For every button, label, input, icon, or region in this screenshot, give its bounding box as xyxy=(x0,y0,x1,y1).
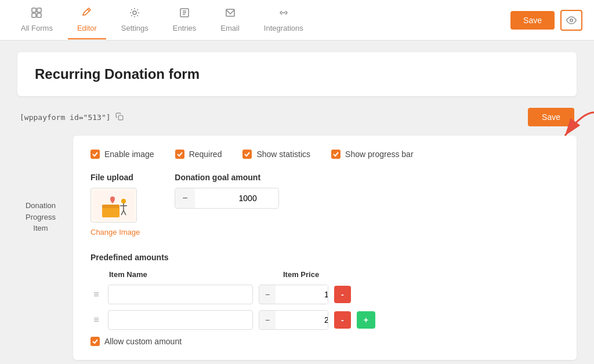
settings-icon xyxy=(129,7,140,21)
donation-goal-label: Donation goal amount xyxy=(175,173,279,182)
nav-items: All Forms Editor Settings xyxy=(12,1,313,39)
content-card: Enable image Required Show statistics xyxy=(73,136,577,360)
sidebar-label-text: DonationProgressItem xyxy=(26,201,56,232)
save-button-inner[interactable]: Save xyxy=(528,108,574,126)
svg-rect-1 xyxy=(37,8,41,12)
save-button-top[interactable]: Save xyxy=(510,11,555,30)
amount-name-input-2[interactable] xyxy=(108,310,253,330)
settings-label: Settings xyxy=(121,24,148,32)
form-title-card: Recurring Donation form xyxy=(17,52,577,96)
svg-rect-2 xyxy=(32,13,36,17)
checkbox-show-progress-bar-box xyxy=(331,150,341,159)
email-icon xyxy=(224,7,236,21)
file-upload-label: File upload xyxy=(90,173,140,182)
checkbox-enable-image-label: Enable image xyxy=(104,150,154,159)
checkbox-show-statistics-box xyxy=(242,150,252,159)
col-item-price: Item Price xyxy=(283,270,319,279)
amount-price-input-1[interactable] xyxy=(276,285,328,304)
predefined-amounts-section: Predefined amounts Item Name Item Price … xyxy=(90,253,559,346)
image-preview-inner xyxy=(91,188,136,222)
donation-goal-input[interactable] xyxy=(195,189,280,208)
shortcode-bar: [wppayform id="513"] Save xyxy=(17,108,577,126)
editor-label: Editor xyxy=(77,24,97,32)
editor-icon xyxy=(81,7,93,21)
donation-goal-stepper: − + xyxy=(175,188,279,209)
add-row-button[interactable]: + xyxy=(357,311,375,329)
checkbox-enable-image[interactable]: Enable image xyxy=(90,150,154,159)
amount-row-1: ≡ − + - xyxy=(90,285,559,304)
nav-item-entries[interactable]: Entries xyxy=(164,1,205,39)
preview-button[interactable] xyxy=(560,10,582,31)
amount-stepper-1: − + xyxy=(259,285,328,304)
amount-name-input-1[interactable] xyxy=(108,285,253,304)
checkbox-show-statistics-label: Show statistics xyxy=(256,150,310,159)
top-navigation: All Forms Editor Settings xyxy=(0,0,594,41)
checkbox-enable-image-box xyxy=(90,150,100,159)
svg-rect-3 xyxy=(37,13,41,17)
svg-point-6 xyxy=(570,19,573,21)
nav-right: Save xyxy=(510,10,582,31)
all-forms-label: All Forms xyxy=(21,24,53,32)
col-item-name: Item Name xyxy=(109,270,254,279)
predefined-amounts-label: Predefined amounts xyxy=(90,253,559,262)
svg-rect-7 xyxy=(118,115,123,120)
svg-point-12 xyxy=(121,199,126,203)
nav-item-all-forms[interactable]: All Forms xyxy=(12,1,62,39)
nav-item-editor[interactable]: Editor xyxy=(68,1,106,39)
amount-stepper-2: − + xyxy=(259,310,328,330)
copy-icon[interactable] xyxy=(115,112,124,122)
main-area: Recurring Donation form [wppayform id="5… xyxy=(0,41,594,364)
allow-custom-label: Allow custom amount xyxy=(104,337,182,346)
svg-rect-0 xyxy=(32,8,36,12)
drag-handle-2[interactable]: ≡ xyxy=(90,315,102,325)
svg-point-4 xyxy=(133,11,136,14)
amount-row-2: ≡ − + - + xyxy=(90,310,559,330)
checkbox-required[interactable]: Required xyxy=(175,150,222,159)
integrations-label: Integrations xyxy=(264,24,303,32)
nav-item-email[interactable]: Email xyxy=(211,1,249,39)
nav-item-settings[interactable]: Settings xyxy=(112,1,158,39)
file-upload-section: File upload xyxy=(90,173,140,236)
eye-icon xyxy=(566,15,577,26)
amounts-table-header: Item Name Item Price xyxy=(90,270,559,279)
image-preview xyxy=(90,188,137,223)
amount-price-input-2[interactable] xyxy=(276,311,328,329)
all-forms-icon xyxy=(31,7,42,21)
integrations-icon xyxy=(278,7,289,21)
change-image-link[interactable]: Change Image xyxy=(90,228,140,236)
donation-goal-minus[interactable]: − xyxy=(175,188,194,208)
donation-goal-section: Donation goal amount − + xyxy=(175,173,279,209)
allow-custom-checkbox-box xyxy=(90,337,100,346)
checkbox-required-label: Required xyxy=(189,150,222,159)
checkbox-show-statistics[interactable]: Show statistics xyxy=(242,150,310,159)
drag-handle-1[interactable]: ≡ xyxy=(90,289,102,300)
amount-minus-2[interactable]: − xyxy=(259,311,276,329)
checkboxes-row: Enable image Required Show statistics xyxy=(90,150,559,159)
checkbox-show-progress-bar[interactable]: Show progress bar xyxy=(331,150,414,159)
svg-rect-11 xyxy=(102,205,119,208)
sidebar-label: DonationProgressItem xyxy=(17,38,64,234)
entries-label: Entries xyxy=(173,24,196,32)
checkbox-required-box xyxy=(175,150,184,159)
svg-rect-10 xyxy=(102,207,119,217)
checkbox-show-progress-bar-label: Show progress bar xyxy=(345,150,414,159)
amount-minus-1[interactable]: − xyxy=(259,285,276,304)
email-label: Email xyxy=(220,24,240,32)
remove-row-2[interactable]: - xyxy=(334,311,351,329)
allow-custom-row[interactable]: Allow custom amount xyxy=(90,337,559,346)
entries-icon xyxy=(179,7,190,21)
upload-goal-row: File upload xyxy=(90,173,559,236)
remove-row-1[interactable]: - xyxy=(334,286,351,303)
nav-item-integrations[interactable]: Integrations xyxy=(255,1,313,39)
